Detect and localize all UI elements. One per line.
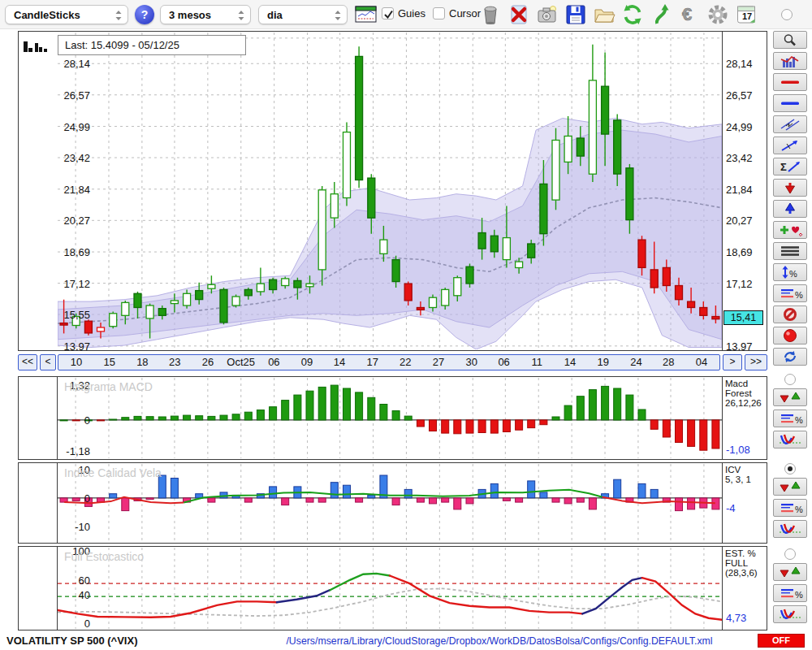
macd-bar — [257, 410, 264, 420]
sync-button[interactable] — [650, 3, 674, 26]
open-folder-button[interactable] — [593, 3, 617, 26]
macd-bar — [688, 420, 695, 447]
stoch-arrows-button[interactable] — [773, 563, 807, 581]
settings-button[interactable] — [706, 3, 731, 26]
y-axis-label: 24,99 — [54, 121, 90, 133]
period-select[interactable]: 3 mesos — [160, 5, 251, 24]
trash-button[interactable] — [479, 3, 503, 26]
measure-percent-button[interactable]: % — [773, 263, 807, 281]
x-axis-tick: 06 — [257, 356, 290, 368]
y-axis-label: 23,42 — [726, 152, 765, 164]
macd-arrows-button[interactable] — [773, 388, 807, 406]
candle-body — [430, 297, 437, 307]
nav-tickbar[interactable]: 1015182326Oct250609141722273006111419242… — [58, 354, 720, 370]
x-axis-tick: 14 — [554, 356, 586, 368]
cursor-checkbox[interactable]: Cursor — [433, 7, 481, 20]
macd-bar — [196, 416, 203, 420]
stoch-radio[interactable] — [784, 548, 796, 560]
macd-bar — [442, 420, 449, 433]
stoch-curve-button[interactable] — [773, 605, 807, 623]
interval-select[interactable]: dia — [258, 5, 348, 24]
lines-percent-icon: % — [775, 286, 805, 301]
candle-body — [146, 306, 153, 318]
candle-body — [306, 284, 313, 287]
icv-header-line: 5, 3, 1 — [725, 474, 751, 484]
icv-bar — [417, 498, 424, 502]
delete-button[interactable] — [508, 3, 532, 26]
main-plot-canvas[interactable] — [58, 32, 722, 349]
chart-type-value: CandleSticks — [14, 9, 80, 21]
nav-prev-button[interactable]: < — [40, 354, 56, 370]
macd-radio[interactable] — [784, 374, 796, 385]
trendline-button[interactable] — [773, 136, 807, 154]
indicator-chart-button[interactable] — [773, 52, 807, 70]
volume-style-icon[interactable] — [22, 37, 51, 58]
x-axis-tick: 14 — [323, 356, 356, 368]
curves-icon — [775, 522, 805, 536]
candle-body — [589, 80, 596, 174]
mini-chart-button[interactable] — [355, 6, 378, 24]
nav-next-button[interactable]: > — [723, 354, 742, 370]
macd-curve-button[interactable] — [773, 431, 807, 448]
arrow-down-button[interactable] — [773, 179, 807, 197]
down-up-arrows-icon — [775, 479, 805, 494]
nav-first-button[interactable]: << — [18, 354, 37, 370]
macd-bar — [626, 395, 633, 420]
candle-body — [110, 314, 117, 327]
guies-checkbox[interactable]: Guies — [382, 7, 425, 20]
y-axis-label: 21,84 — [54, 184, 90, 196]
euro-button[interactable]: € — [678, 3, 702, 26]
icv-bar — [577, 498, 584, 502]
macd-bar — [282, 401, 289, 420]
macd-bar — [122, 418, 129, 420]
refresh-small-button[interactable] — [773, 348, 807, 366]
candle-body — [614, 120, 621, 174]
icv-arrows-button[interactable] — [773, 478, 807, 496]
search-icon — [775, 32, 805, 47]
save-button[interactable] — [564, 3, 589, 26]
candle-body — [564, 136, 572, 162]
icv-bar — [404, 489, 412, 498]
interval-value: dia — [267, 9, 283, 21]
toolbar-radio[interactable] — [781, 9, 793, 20]
red-hline-button[interactable] — [773, 73, 807, 91]
candle-body — [220, 289, 227, 323]
icv-bar — [392, 498, 400, 505]
axis-divider — [722, 547, 723, 630]
macd-bar — [712, 420, 719, 448]
macd-bar — [232, 414, 240, 420]
icv-curve-button[interactable] — [773, 520, 807, 538]
nav-last-button[interactable]: >> — [745, 354, 767, 370]
chart-type-select[interactable]: CandleSticks — [5, 5, 128, 24]
zoom-button[interactable] — [773, 31, 807, 49]
macd-panel: 1,320-1,18 Histgrama MACD Macd Forest 26… — [18, 376, 767, 460]
record-icon — [775, 328, 805, 343]
help-button[interactable]: ? — [135, 5, 154, 24]
add-marker-button[interactable] — [773, 221, 807, 239]
forbidden-button[interactable] — [773, 306, 807, 323]
snapshot-button[interactable] — [536, 3, 560, 26]
svg-text:%: % — [795, 505, 803, 514]
calendar-button[interactable]: 17 — [735, 3, 759, 26]
macd-plot-canvas — [58, 378, 722, 458]
candle-body — [270, 280, 277, 289]
stoch-percent-button[interactable]: % — [773, 584, 807, 602]
lines-percent-button[interactable]: % — [773, 284, 807, 302]
svg-text:€: € — [682, 4, 692, 24]
off-toggle[interactable]: OFF — [758, 634, 805, 648]
x-axis-tick: 06 — [488, 356, 520, 368]
icv-radio[interactable] — [784, 463, 796, 474]
blue-hline-button[interactable] — [773, 94, 807, 112]
record-button[interactable] — [773, 327, 807, 344]
arrow-up-button[interactable] — [773, 200, 807, 218]
macd-bar — [134, 416, 141, 420]
axis-divider — [722, 377, 723, 459]
stoch-header-line: EST. % — [725, 548, 758, 558]
icv-percent-button[interactable]: % — [773, 499, 807, 517]
channel-button[interactable] — [773, 115, 807, 133]
macd-percent-button[interactable]: % — [773, 410, 807, 427]
sum-trendline-button[interactable]: Σ — [773, 158, 807, 176]
list-lines-button[interactable] — [773, 242, 807, 260]
refresh-button[interactable] — [621, 3, 646, 26]
y-axis-label: 28,14 — [54, 58, 90, 70]
